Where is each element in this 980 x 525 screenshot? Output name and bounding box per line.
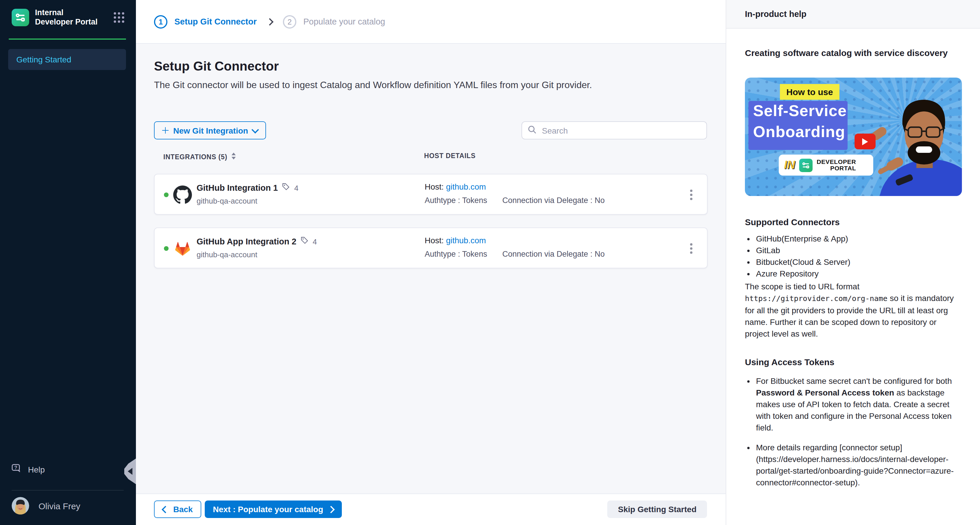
connector-list-item: GitHub(Enterprise & App) [756,233,963,244]
help-chat-icon: ? [12,464,22,475]
tag-icon [282,183,290,193]
accent-divider [9,38,126,40]
delegate-text: Connection via Delegate : No [502,196,605,205]
help-label: Help [28,465,45,474]
integration-account: github-qa-account [197,250,257,259]
search-input[interactable] [541,125,701,135]
collapse-sidebar-handle[interactable] [124,458,136,484]
chevron-left-icon [162,506,169,513]
page-subtitle: The Git connector will be used to ingest… [154,80,592,91]
kebab-menu-button[interactable] [686,187,697,202]
url-format-code: https://gitprovider.com/org-name [745,294,888,303]
token-bullet: For Bitbucket same secret can't be confi… [756,375,963,433]
tag-count: 4 [294,183,298,192]
wizard-header: 1 Setup Git Connector 2 Populate your ca… [136,0,725,44]
skip-getting-started-button[interactable]: Skip Getting Started [608,501,707,518]
host-link[interactable]: github.com [446,235,486,245]
step-2-label[interactable]: Populate your catalog [303,17,385,26]
connector-list-item: GitLab [756,244,963,256]
idp-logo-icon [12,9,29,26]
integration-row[interactable]: GitHub App Integration 2 4 github-qa-acc… [154,228,708,268]
stepper: 1 Setup Git Connector 2 Populate your ca… [154,15,385,28]
connector-list-item: Bitbucket(Cloud & Server) [756,256,963,268]
search-icon [528,125,536,135]
host-label: Host: [425,235,444,245]
delegate-text: Connection via Delegate : No [502,250,605,258]
stepper-chevron-icon [267,19,272,24]
status-dot [164,192,169,197]
wizard-footer: Back Next : Populate your catalog Skip G… [136,493,725,525]
scope-paragraph: The scope is tied to URL format https://… [745,281,963,339]
integration-name: GitHub Integration 1 [197,183,278,192]
thumbnail-headline: Onboarding [753,123,845,141]
step-1-label[interactable]: Setup Git Connector [174,17,257,26]
plus-icon [162,127,169,134]
youtube-play-icon[interactable] [854,134,876,150]
github-logo-icon [173,186,192,204]
tag-count: 4 [313,237,317,246]
supported-connectors-heading: Supported Connectors [745,217,963,227]
new-git-integration-button[interactable]: New Git Integration [154,121,266,139]
thumbnail-brand-word: DEVELOPER [817,159,856,165]
avatar [12,497,29,514]
step-2-indicator[interactable]: 2 [283,15,296,28]
connector-list: GitHub(Enterprise & App) GitLab Bitbucke… [745,233,963,279]
connector-list-item: Azure Repository [756,268,963,279]
sort-icon[interactable] [231,152,236,161]
main-area: 1 Setup Git Connector 2 Populate your ca… [136,0,725,525]
chevron-down-icon [252,126,259,133]
kebab-menu-button[interactable] [686,241,697,256]
page-title: Setup Git Connector [154,59,279,74]
more-details-bullet: More details regarding [connector setup]… [756,442,963,488]
host-label: Host: [425,182,444,191]
thumbnail-in-word: IN [784,159,795,172]
using-access-tokens-heading: Using Access Tokens [745,357,963,367]
back-button[interactable]: Back [154,501,202,518]
gitlab-logo-icon [173,239,192,258]
thumbnail-brand-pill: IN DEVELOPER PORTAL [779,154,873,176]
user-menu[interactable]: Olivia Frey [12,497,80,514]
thumbnail-badge: How to use [780,84,839,100]
svg-text:?: ? [14,465,17,471]
idp-logo-icon [799,158,813,172]
integration-row[interactable]: GitHub Integration 1 4 github-qa-account… [154,174,708,215]
integrations-column-header[interactable]: INTEGRATIONS (5) [163,152,236,161]
wizard-content: Setup Git Connector The Git connector wi… [136,44,725,494]
sidebar: Internal Developer Portal Getting Starte… [0,0,136,525]
next-button[interactable]: Next : Populate your catalog [205,501,342,518]
integration-account: github-qa-account [197,197,257,205]
search-box [522,121,707,139]
integration-name: GitHub App Integration 2 [197,237,296,246]
thumbnail-brand-word: PORTAL [830,165,856,172]
host-link[interactable]: github.com [446,182,486,191]
video-thumbnail[interactable]: How to use Self-Service Onboarding IN DE… [745,78,962,196]
sidebar-item-label: Getting Started [16,55,71,64]
user-name: Olivia Frey [38,501,80,511]
thumbnail-headline: Self-Service [753,102,847,120]
status-dot [164,246,169,251]
app-title: Internal Developer Portal [35,8,98,27]
app-logo: Internal Developer Portal [12,8,98,27]
help-button[interactable]: ? Help [12,464,45,475]
help-panel-header: In-product help [726,0,980,29]
tokens-list: For Bitbucket same secret can't be confi… [745,375,963,488]
host-details-column-header: HOST DETAILS [424,152,476,159]
chevron-right-icon [327,506,334,513]
sidebar-item-getting-started[interactable]: Getting Started [8,49,126,70]
video-title: Creating software catalog with service d… [745,47,963,59]
step-1-indicator[interactable]: 1 [154,15,167,28]
authtype-text: Authtype : Tokens [425,250,487,258]
app-switcher-grid-icon[interactable] [113,12,125,23]
help-panel: In-product help Creating software catalo… [725,0,980,525]
token-bold-text: Password & Personal Access token [756,388,894,397]
authtype-text: Authtype : Tokens [425,196,487,205]
tag-icon [301,236,309,247]
sidebar-divider [12,490,124,491]
table-header: INTEGRATIONS (5) HOST DETAILS [154,152,708,162]
collapse-arrow-icon [128,468,132,475]
